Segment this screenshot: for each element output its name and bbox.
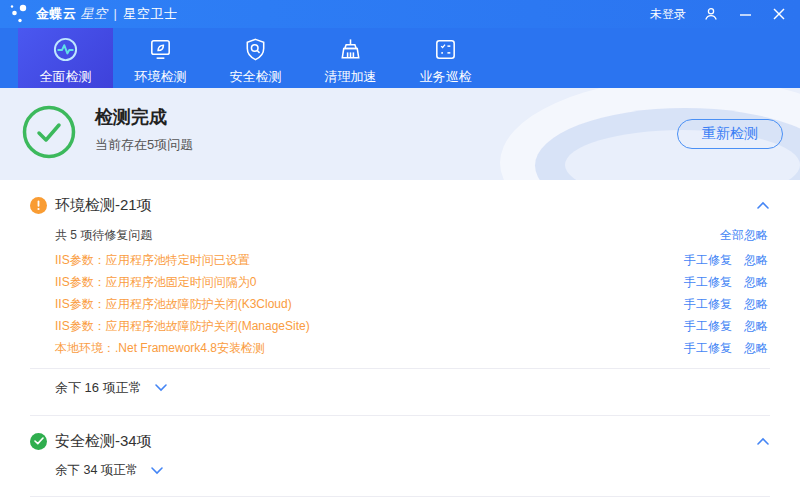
broom-icon: [337, 35, 364, 63]
brand-product: 星空卫士: [123, 5, 177, 23]
chevron-up-icon[interactable]: [756, 197, 770, 213]
check-icon: [30, 433, 47, 450]
tab-label: 安全检测: [230, 68, 282, 86]
issue-text: 本地环境：.Net Framework4.8安装检测: [55, 340, 265, 357]
check-circle-icon: [21, 104, 77, 160]
ignore-link[interactable]: 忽略: [744, 318, 768, 335]
logo-dots-icon: [8, 2, 30, 26]
issue-text: IIS参数：应用程序池特定时间已设置: [55, 252, 250, 269]
issue-row: IIS参数：应用程序池故障防护关闭(ManageSite) 手工修复 忽略: [0, 315, 800, 337]
user-icon[interactable]: [702, 5, 720, 23]
issue-row: IIS参数：应用程序池特定时间已设置 手工修复 忽略: [0, 249, 800, 271]
remaining-normal-text: 余下 34 项正常: [55, 462, 138, 479]
issue-row: 本地环境：.Net Framework4.8安装检测 手工修复 忽略: [0, 337, 800, 359]
pending-issues-row: 共 5 项待修复问题 全部忽略: [0, 226, 800, 244]
results-panel: 环境检测-21项 共 5 项待修复问题 全部忽略 IIS参数：应用程序池特定时间…: [0, 193, 800, 497]
section-header-security: 安全检测-34项: [0, 429, 800, 453]
chevron-down-icon[interactable]: [150, 466, 164, 475]
app-window: 金蝶云 星空 | 星空卫士 未登录: [0, 0, 800, 501]
ignore-link[interactable]: 忽略: [744, 274, 768, 291]
divider: [30, 415, 770, 416]
tab-label: 清理加速: [325, 68, 377, 86]
divider: [30, 496, 770, 497]
pulse-circle-icon: [52, 35, 79, 63]
issue-text: IIS参数：应用程序池故障防护关闭(ManageSite): [55, 318, 310, 335]
tab-label: 业务巡检: [420, 68, 472, 86]
issue-row: IIS参数：应用程序池故障防护关闭(K3Cloud) 手工修复 忽略: [0, 293, 800, 315]
ignore-link[interactable]: 忽略: [744, 340, 768, 357]
tab-label: 环境检测: [135, 68, 187, 86]
ignore-link[interactable]: 忽略: [744, 296, 768, 313]
manual-fix-link[interactable]: 手工修复: [684, 296, 732, 313]
shield-search-icon: [242, 35, 269, 63]
remaining-normal-row-security: 余下 34 项正常: [0, 453, 800, 487]
tab-label: 全面检测: [40, 68, 92, 86]
tab-business-inspection[interactable]: 业务巡检: [398, 28, 493, 88]
manual-fix-link[interactable]: 手工修复: [684, 274, 732, 291]
chevron-up-icon[interactable]: [756, 433, 770, 449]
issue-row: IIS参数：应用程序池固定时间间隔为0 手工修复 忽略: [0, 271, 800, 293]
issue-list: IIS参数：应用程序池特定时间已设置 手工修复 忽略 IIS参数：应用程序池固定…: [0, 249, 800, 359]
scan-summary-banner: 检测完成 当前存在5项问题 重新检测: [0, 88, 800, 180]
login-status[interactable]: 未登录: [650, 6, 686, 23]
manual-fix-link[interactable]: 手工修复: [684, 318, 732, 335]
issue-count-text: 当前存在5项问题: [95, 136, 193, 154]
pending-count-text: 共 5 项待修复问题: [55, 227, 152, 244]
tab-full-scan[interactable]: 全面检测: [18, 28, 113, 88]
manual-fix-link[interactable]: 手工修复: [684, 252, 732, 269]
minimize-icon[interactable]: [736, 5, 754, 23]
chevron-down-icon[interactable]: [154, 383, 168, 392]
rescan-button[interactable]: 重新检测: [677, 119, 783, 149]
brand-secondary: 星空: [81, 5, 108, 23]
monitor-leaf-icon: [147, 35, 174, 63]
ignore-link[interactable]: 忽略: [744, 252, 768, 269]
section-title: 环境检测-21项: [55, 196, 152, 215]
close-icon[interactable]: [770, 5, 788, 23]
remaining-normal-row-environment: 余下 16 项正常: [0, 369, 800, 406]
section-title: 安全检测-34项: [55, 432, 152, 451]
brand-divider: |: [114, 6, 118, 21]
tab-environment-scan[interactable]: 环境检测: [113, 28, 208, 88]
tab-security-scan[interactable]: 安全检测: [208, 28, 303, 88]
warning-icon: [30, 197, 47, 214]
section-header-environment: 环境检测-21项: [0, 193, 800, 217]
issue-text: IIS参数：应用程序池固定时间间隔为0: [55, 274, 256, 291]
app-brand: 金蝶云 星空 | 星空卫士: [36, 5, 177, 23]
remaining-normal-text: 余下 16 项正常: [55, 379, 142, 397]
ignore-all-link[interactable]: 全部忽略: [720, 227, 768, 244]
checklist-icon: [432, 35, 459, 63]
manual-fix-link[interactable]: 手工修复: [684, 340, 732, 357]
main-nav: 全面检测 环境检测 安全检测: [0, 28, 800, 88]
scan-complete-title: 检测完成: [95, 105, 167, 129]
titlebar: 金蝶云 星空 | 星空卫士 未登录: [0, 0, 800, 28]
tab-cleanup-boost[interactable]: 清理加速: [303, 28, 398, 88]
brand-primary: 金蝶云: [36, 5, 77, 23]
issue-text: IIS参数：应用程序池故障防护关闭(K3Cloud): [55, 296, 292, 313]
